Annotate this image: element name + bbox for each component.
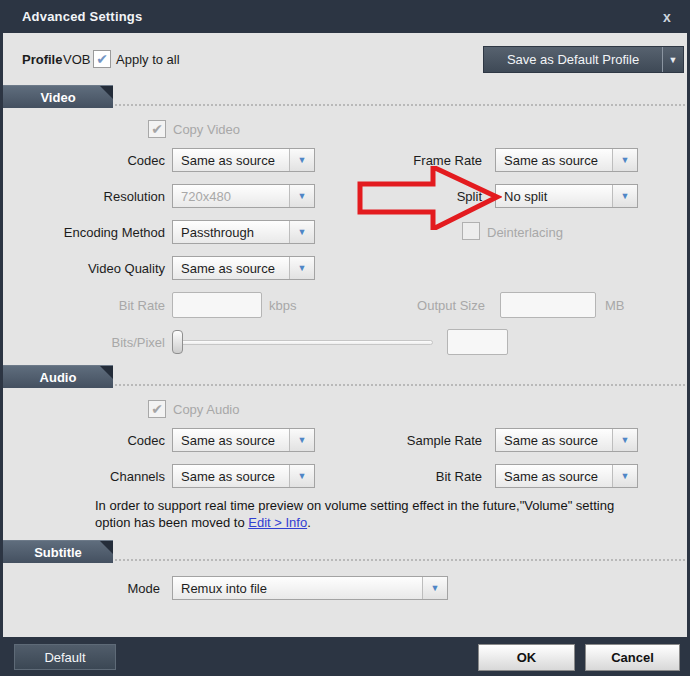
audio-bit-rate-label: Bit Rate bbox=[340, 464, 482, 488]
audio-codec-label: Codec bbox=[23, 428, 165, 452]
note-text: In order to support real time preview on… bbox=[95, 498, 614, 530]
audio-codec-dropdown[interactable]: Same as source ▼ bbox=[172, 428, 315, 452]
bit-rate-unit: kbps bbox=[269, 293, 296, 317]
video-quality-label: Video Quality bbox=[23, 256, 165, 280]
video-section-tab: Video bbox=[3, 85, 113, 108]
subtitle-section-tab: Subtitle bbox=[3, 540, 113, 563]
bit-rate-label: Bit Rate bbox=[23, 293, 165, 317]
dropdown-arrow-icon: ▼ bbox=[289, 185, 314, 207]
frame-rate-dropdown[interactable]: Same as source ▼ bbox=[495, 148, 638, 172]
video-codec-dropdown[interactable]: Same as source ▼ bbox=[172, 148, 315, 172]
default-button-label: Default bbox=[44, 650, 85, 665]
copy-video-checkbox: ✔ bbox=[148, 120, 166, 138]
channels-dropdown[interactable]: Same as source ▼ bbox=[172, 464, 315, 488]
dropdown-arrow-icon[interactable]: ▼ bbox=[612, 429, 637, 451]
check-icon: ✔ bbox=[151, 402, 163, 416]
output-size-label: Output Size bbox=[343, 293, 485, 317]
dropdown-arrow-icon[interactable]: ▼ bbox=[289, 149, 314, 171]
apply-to-all-checkbox[interactable]: ✔ bbox=[93, 50, 111, 68]
video-codec-value: Same as source bbox=[173, 149, 289, 171]
split-label: Split bbox=[340, 184, 482, 208]
output-size-input bbox=[500, 292, 596, 318]
audio-section-label: Audio bbox=[40, 370, 77, 385]
tab-fold-corner bbox=[100, 366, 113, 379]
bits-pixel-slider-handle bbox=[172, 330, 183, 354]
deinterlacing-label: Deinterlacing bbox=[487, 220, 563, 244]
split-value: No split bbox=[496, 185, 612, 207]
note-suffix: . bbox=[307, 515, 311, 530]
channels-value: Same as source bbox=[173, 465, 289, 487]
ok-button[interactable]: OK bbox=[478, 644, 575, 671]
codec-label: Codec bbox=[23, 148, 165, 172]
dropdown-arrow-icon[interactable]: ▼ bbox=[289, 257, 314, 279]
audio-codec-value: Same as source bbox=[173, 429, 289, 451]
copy-audio-label: Copy Audio bbox=[173, 397, 240, 421]
cancel-button[interactable]: Cancel bbox=[585, 644, 680, 671]
split-dropdown[interactable]: No split ▼ bbox=[495, 184, 638, 208]
deinterlacing-checkbox bbox=[462, 222, 480, 240]
audio-bit-rate-dropdown[interactable]: Same as source ▼ bbox=[495, 464, 638, 488]
encoding-method-label: Encoding Method bbox=[23, 220, 165, 244]
save-as-default-profile-label: Save as Default Profile bbox=[484, 47, 662, 72]
mode-label: Mode bbox=[23, 576, 160, 600]
dropdown-arrow-icon[interactable]: ▼ bbox=[289, 221, 314, 243]
volume-note: In order to support real time preview on… bbox=[95, 497, 643, 531]
bits-pixel-slider-track[interactable] bbox=[175, 340, 433, 345]
sample-rate-dropdown[interactable]: Same as source ▼ bbox=[495, 428, 638, 452]
channels-label: Channels bbox=[23, 464, 165, 488]
output-size-unit: MB bbox=[605, 293, 625, 317]
apply-to-all-label: Apply to all bbox=[116, 47, 180, 71]
title-bar: Advanced Settings x bbox=[0, 0, 690, 33]
copy-audio-checkbox: ✔ bbox=[148, 400, 166, 418]
section-divider bbox=[115, 384, 685, 386]
subtitle-mode-value: Remux into file bbox=[173, 577, 422, 599]
audio-section-tab: Audio bbox=[3, 365, 113, 388]
save-profile-dropdown-arrow-icon[interactable]: ▼ bbox=[662, 47, 683, 72]
dropdown-arrow-icon[interactable]: ▼ bbox=[612, 185, 637, 207]
edit-info-link[interactable]: Edit > Info bbox=[248, 515, 307, 530]
check-icon: ✔ bbox=[96, 52, 108, 66]
bit-rate-input bbox=[172, 292, 262, 318]
advanced-settings-dialog: Advanced Settings x Profile VOB ✔ Apply … bbox=[0, 0, 690, 676]
encoding-method-dropdown[interactable]: Passthrough ▼ bbox=[172, 220, 315, 244]
tab-fold-corner bbox=[100, 86, 113, 99]
video-section-label: Video bbox=[40, 90, 75, 105]
save-as-default-profile-button[interactable]: Save as Default Profile ▼ bbox=[483, 46, 684, 73]
frame-rate-value: Same as source bbox=[496, 149, 612, 171]
video-quality-value: Same as source bbox=[173, 257, 289, 279]
video-quality-dropdown[interactable]: Same as source ▼ bbox=[172, 256, 315, 280]
dropdown-arrow-icon[interactable]: ▼ bbox=[422, 577, 447, 599]
cancel-button-label: Cancel bbox=[611, 650, 654, 665]
encoding-method-value: Passthrough bbox=[173, 221, 289, 243]
sample-rate-value: Same as source bbox=[496, 429, 612, 451]
section-divider bbox=[115, 559, 685, 561]
dialog-body: Profile VOB ✔ Apply to all Save as Defau… bbox=[3, 33, 687, 637]
profile-value: VOB bbox=[63, 47, 90, 71]
dialog-title: Advanced Settings bbox=[22, 9, 142, 24]
check-icon: ✔ bbox=[151, 122, 163, 136]
dropdown-arrow-icon[interactable]: ▼ bbox=[612, 149, 637, 171]
section-divider bbox=[115, 104, 685, 106]
copy-video-label: Copy Video bbox=[173, 117, 240, 141]
close-icon[interactable]: x bbox=[658, 8, 676, 26]
ok-button-label: OK bbox=[517, 650, 537, 665]
default-button[interactable]: Default bbox=[14, 644, 116, 670]
subtitle-section-label: Subtitle bbox=[34, 545, 82, 560]
dropdown-arrow-icon[interactable]: ▼ bbox=[289, 465, 314, 487]
tab-fold-corner bbox=[100, 541, 113, 554]
audio-bit-rate-value: Same as source bbox=[496, 465, 612, 487]
subtitle-mode-dropdown[interactable]: Remux into file ▼ bbox=[172, 576, 448, 600]
frame-rate-label: Frame Rate bbox=[340, 148, 482, 172]
profile-label: Profile bbox=[22, 47, 62, 71]
resolution-label: Resolution bbox=[23, 184, 165, 208]
dropdown-arrow-icon[interactable]: ▼ bbox=[289, 429, 314, 451]
dropdown-arrow-icon[interactable]: ▼ bbox=[612, 465, 637, 487]
bits-pixel-input bbox=[447, 329, 508, 355]
sample-rate-label: Sample Rate bbox=[340, 428, 482, 452]
resolution-value: 720x480 bbox=[173, 185, 289, 207]
bits-pixel-label: Bits/Pixel bbox=[23, 330, 165, 354]
resolution-dropdown: 720x480 ▼ bbox=[172, 184, 315, 208]
